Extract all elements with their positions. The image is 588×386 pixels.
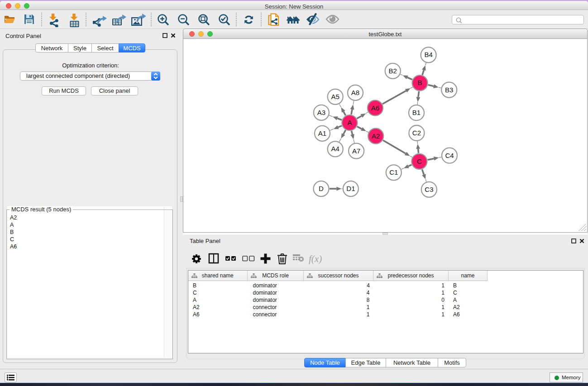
svg-text:A1: A1 (318, 129, 326, 137)
svg-text:C4: C4 (445, 152, 454, 159)
svg-text:A6: A6 (371, 104, 379, 112)
svg-text:C3: C3 (425, 186, 433, 193)
svg-text:A: A (347, 119, 352, 126)
svg-text:A3: A3 (317, 109, 325, 116)
svg-text:B4: B4 (424, 51, 432, 58)
svg-text:B3: B3 (445, 86, 453, 94)
svg-text:A4: A4 (331, 145, 339, 152)
svg-text:A2: A2 (372, 132, 380, 140)
svg-text:A5: A5 (331, 93, 339, 100)
svg-text:A7: A7 (352, 147, 360, 155)
svg-text:A8: A8 (351, 89, 359, 96)
svg-text:D1: D1 (346, 185, 355, 192)
svg-text:B1: B1 (412, 109, 421, 116)
svg-text:C1: C1 (389, 168, 398, 176)
svg-text:B: B (418, 79, 422, 86)
svg-text:B2: B2 (389, 67, 397, 75)
svg-text:C: C (417, 157, 422, 165)
svg-text:D: D (319, 185, 324, 192)
svg-text:C2: C2 (412, 129, 421, 137)
